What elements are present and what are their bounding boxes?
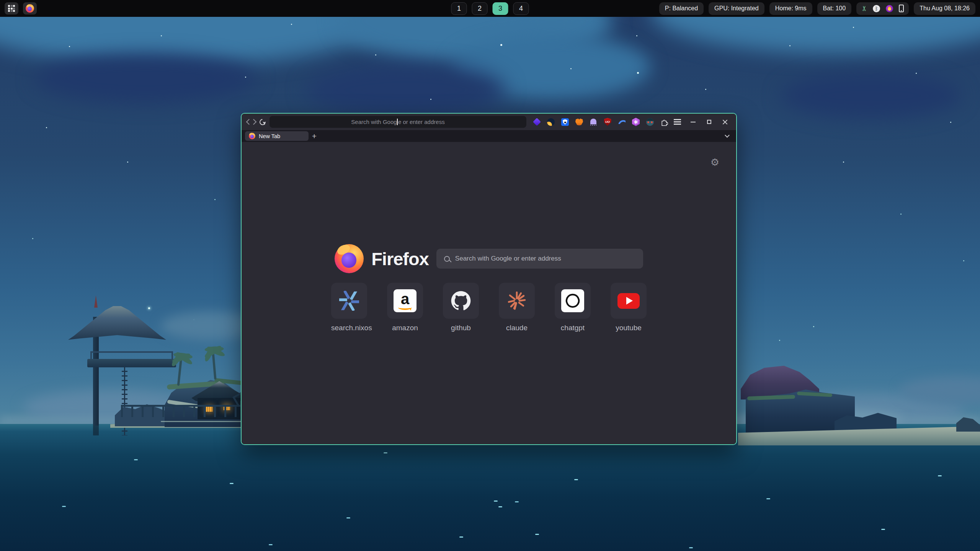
newtab-hero: Firefox Search with Google or enter addr… bbox=[242, 231, 736, 286]
shortcut-label: youtube bbox=[611, 324, 647, 332]
bright-star bbox=[148, 307, 150, 309]
status-group: P: Balanced GPU: Integrated Home: 9ms Ba… bbox=[659, 2, 975, 15]
nixos-snowflake-icon bbox=[339, 291, 359, 311]
shortcut-tile[interactable] bbox=[499, 283, 535, 319]
url-bar[interactable]: Search with Google or enter address bbox=[270, 116, 526, 128]
shortcut-amazon[interactable]: a amazon bbox=[387, 283, 423, 332]
chevron-right-icon bbox=[250, 119, 256, 125]
firefox-wordmark: Firefox bbox=[371, 248, 429, 269]
youtube-play-icon bbox=[617, 293, 640, 309]
navigation-toolbar: Search with Google or enter address UO bbox=[242, 114, 736, 130]
shortcut-search-nixos[interactable]: search.nixos bbox=[331, 283, 367, 332]
amazon-icon: a bbox=[394, 289, 416, 312]
tower-reflection bbox=[93, 424, 99, 435]
firefox-logo bbox=[335, 244, 364, 273]
tab-new-tab[interactable]: New Tab bbox=[245, 131, 309, 141]
openai-icon bbox=[561, 289, 584, 312]
cloud-dark bbox=[781, 73, 961, 119]
shortcut-label: search.nixos bbox=[331, 324, 367, 332]
workspace-switcher: 1 2 3 4 bbox=[451, 2, 529, 15]
shortcut-tile[interactable] bbox=[331, 283, 367, 319]
system-tray: ✂ ᛒ bbox=[856, 2, 909, 15]
list-all-tabs-chevron-icon[interactable] bbox=[725, 133, 730, 138]
scissors-icon[interactable]: ✂ bbox=[861, 5, 868, 11]
flame-icon[interactable] bbox=[886, 5, 893, 12]
ghost-extension-icon[interactable] bbox=[589, 118, 598, 126]
purple-diamond-extension-icon[interactable] bbox=[532, 118, 541, 126]
reload-icon bbox=[258, 117, 267, 126]
tab-label: New Tab bbox=[259, 133, 280, 139]
new-tab-page: ⚙ Firefox Search with Google or enter ad… bbox=[242, 142, 736, 444]
ublock-badge: UO bbox=[605, 120, 610, 124]
workspace-3-active[interactable]: 3 bbox=[493, 2, 508, 15]
launcher-group bbox=[5, 2, 37, 15]
workspace-1[interactable]: 1 bbox=[451, 2, 467, 15]
hexagon-snowflake-extension-icon[interactable] bbox=[632, 118, 640, 126]
battery-pill: Bat: 100 bbox=[817, 2, 852, 15]
new-tab-button[interactable]: + bbox=[309, 131, 320, 141]
top-status-bar: 1 2 3 4 P: Balanced GPU: Integrated Home… bbox=[0, 0, 980, 17]
clock: Thu Aug 08, 18:26 bbox=[914, 2, 975, 15]
shortcut-label: amazon bbox=[387, 324, 423, 332]
url-placeholder: Search with Google or enter address bbox=[351, 119, 444, 125]
shield-lock-extension-icon[interactable] bbox=[561, 118, 569, 126]
shortcut-label: chatgpt bbox=[555, 324, 591, 332]
shortcut-youtube[interactable]: youtube bbox=[611, 283, 647, 332]
shortcut-chatgpt[interactable]: chatgpt bbox=[555, 283, 591, 332]
window-controls bbox=[689, 118, 729, 126]
power-profile-pill: P: Balanced bbox=[659, 2, 704, 15]
phone-icon[interactable] bbox=[899, 5, 904, 12]
bluetooth-icon[interactable]: ᛒ bbox=[873, 5, 880, 12]
github-octocat-icon bbox=[450, 290, 472, 312]
maximize-button[interactable] bbox=[705, 118, 713, 126]
extensions-puzzle-icon[interactable] bbox=[660, 118, 668, 126]
ping-pill: Home: 9ms bbox=[769, 2, 812, 15]
extension-buttons: UO bbox=[532, 118, 668, 126]
shortcut-github[interactable]: github bbox=[443, 283, 479, 332]
minimize-button[interactable] bbox=[689, 118, 697, 126]
text-caret bbox=[397, 119, 398, 125]
shortcut-claude[interactable]: claude bbox=[499, 283, 535, 332]
cloud-dark bbox=[306, 63, 505, 117]
metamask-fox-extension-icon[interactable] bbox=[575, 118, 583, 126]
apps-grid-icon bbox=[8, 5, 15, 12]
app-launcher-button[interactable] bbox=[5, 2, 18, 15]
boardwalk-bridge bbox=[121, 405, 243, 417]
shortcut-label: claude bbox=[499, 324, 535, 332]
watchtower-platform bbox=[87, 359, 176, 367]
workspace-2[interactable]: 2 bbox=[472, 2, 488, 15]
firefox-icon bbox=[26, 4, 34, 13]
shortcut-label: github bbox=[443, 324, 479, 332]
shortcut-tile[interactable] bbox=[611, 283, 647, 319]
watchtower-railing bbox=[90, 351, 173, 359]
tab-bar: New Tab + bbox=[242, 130, 736, 142]
ublock-shield-extension-icon[interactable]: UO bbox=[603, 118, 612, 126]
amazon-smile bbox=[398, 305, 412, 310]
shortcut-tiles: search.nixos a amazon github bbox=[242, 283, 736, 332]
spy-face-extension-icon[interactable] bbox=[646, 118, 654, 126]
claude-starburst-icon bbox=[507, 291, 527, 311]
newtab-search-input[interactable]: Search with Google or enter address bbox=[436, 249, 643, 269]
menu-button[interactable] bbox=[674, 116, 681, 128]
search-icon bbox=[444, 256, 450, 262]
tab-favicon-firefox bbox=[249, 133, 255, 139]
personalize-gear-icon[interactable]: ⚙ bbox=[710, 157, 719, 167]
amazon-a: a bbox=[401, 293, 409, 305]
shortcut-tile[interactable] bbox=[555, 283, 591, 319]
vpn-arc-extension-icon[interactable] bbox=[617, 118, 626, 126]
workspace-4[interactable]: 4 bbox=[513, 2, 529, 15]
dark-moon-extension-icon[interactable] bbox=[547, 118, 555, 126]
firefox-launcher-button[interactable] bbox=[23, 2, 37, 15]
gpu-pill: GPU: Integrated bbox=[709, 2, 764, 15]
shortcut-tile[interactable]: a bbox=[387, 283, 423, 319]
forward-button[interactable] bbox=[252, 116, 258, 128]
close-button[interactable] bbox=[721, 118, 729, 126]
firefox-window: Search with Google or enter address UO bbox=[241, 113, 737, 445]
reload-button[interactable] bbox=[260, 116, 266, 128]
cloud-dark bbox=[34, 54, 256, 103]
hamburger-icon bbox=[674, 119, 681, 120]
shortcut-tile[interactable] bbox=[443, 283, 479, 319]
search-placeholder: Search with Google or enter address bbox=[455, 255, 561, 262]
